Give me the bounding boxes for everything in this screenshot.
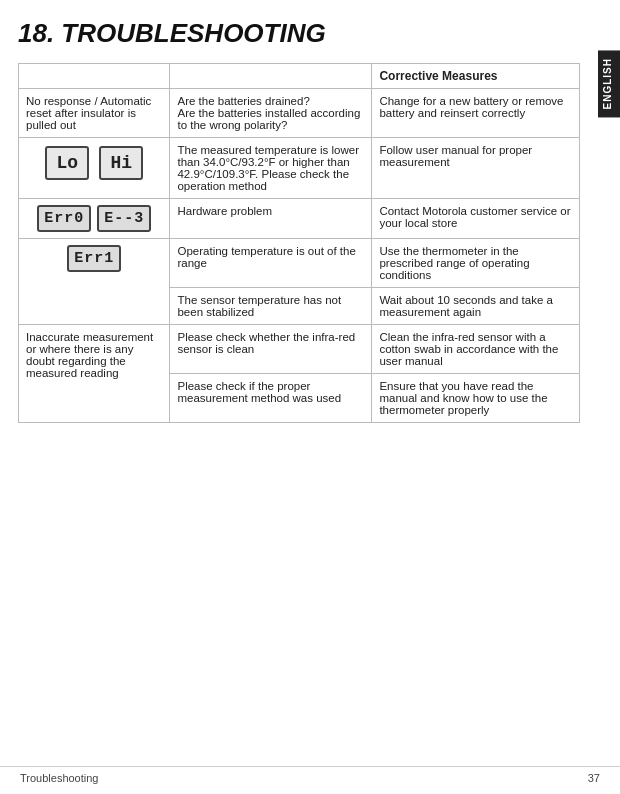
corrective-contact: Contact Motorola customer service or you… [372, 199, 580, 239]
cause-temp-range: The measured temperature is lower than 3… [170, 138, 372, 199]
symptom-no-response: No response / Automatic reset after insu… [19, 89, 170, 138]
header-col2 [170, 64, 372, 89]
page-title: 18. TROUBLESHOOTING [18, 18, 580, 49]
corrective-read-manual: Ensure that you have read the manual and… [372, 374, 580, 423]
cause-text-2: Are the batteries installed according to… [177, 107, 360, 131]
symptom-inaccurate: Inaccurate measurement or where there is… [19, 325, 170, 423]
lcd-wrap-err: Err0 E--3 [26, 205, 162, 232]
lcd-err0: Err0 [37, 205, 91, 232]
cause-ir-clean: Please check whether the infra-red senso… [170, 325, 372, 374]
table-row: Err0 E--3 Hardware problem Contact Motor… [19, 199, 580, 239]
table-row: Err1 Operating temperature is out of the… [19, 239, 580, 288]
corrective-user-manual: Follow user manual for proper measuremen… [372, 138, 580, 199]
content-area: 18. TROUBLESHOOTING Corrective Measures … [0, 0, 620, 441]
lcd-e3: E--3 [97, 205, 151, 232]
display-err0-e3: Err0 E--3 [19, 199, 170, 239]
lcd-lo: Lo [45, 146, 89, 180]
lcd-err1: Err1 [67, 245, 121, 272]
lcd-wrap-err1: Err1 [26, 245, 162, 272]
corrective-op-range: Use the thermometer in the prescribed ra… [372, 239, 580, 288]
header-col1 [19, 64, 170, 89]
corrective-battery: Change for a new battery or remove batte… [372, 89, 580, 138]
page-footer: Troubleshooting 37 [0, 766, 620, 784]
table-header-row: Corrective Measures [19, 64, 580, 89]
cause-sensor-stable: The sensor temperature has not been stab… [170, 288, 372, 325]
table-row: Lo Hi The measured temperature is lower … [19, 138, 580, 199]
cause-text-1: Are the batteries drained? [177, 95, 309, 107]
display-lo-hi: Lo Hi [19, 138, 170, 199]
footer-left: Troubleshooting [20, 772, 98, 784]
page-container: ENGLISH 18. TROUBLESHOOTING Corrective M… [0, 0, 620, 794]
table-row: No response / Automatic reset after insu… [19, 89, 580, 138]
language-tab: ENGLISH [598, 50, 620, 117]
cause-hardware: Hardware problem [170, 199, 372, 239]
display-err1: Err1 [19, 239, 170, 325]
footer-right: 37 [588, 772, 600, 784]
header-col3: Corrective Measures [372, 64, 580, 89]
corrective-wait: Wait about 10 seconds and take a measure… [372, 288, 580, 325]
troubleshooting-table: Corrective Measures No response / Automa… [18, 63, 580, 423]
lcd-hi: Hi [99, 146, 143, 180]
corrective-clean-sensor: Clean the infra-red sensor with a cotton… [372, 325, 580, 374]
cause-op-temp: Operating temperature is out of the rang… [170, 239, 372, 288]
table-row: Inaccurate measurement or where there is… [19, 325, 580, 374]
lcd-wrap-lohi: Lo Hi [26, 144, 162, 182]
cause-battery: Are the batteries drained? Are the batte… [170, 89, 372, 138]
cause-proper-method: Please check if the proper measurement m… [170, 374, 372, 423]
